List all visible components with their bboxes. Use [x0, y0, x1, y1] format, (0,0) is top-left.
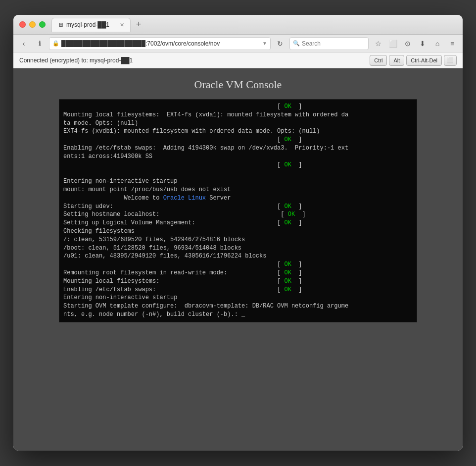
terminal-line: Setting hostname localhost: [ OK ] — [63, 210, 413, 219]
terminal-line: Enabling /etc/fstab swaps: Adding 419430… — [63, 144, 413, 153]
terminal-line: [ OK ] — [63, 161, 413, 169]
search-icon: 🔍 — [293, 40, 300, 47]
terminal-line: nts, e.g. node number (-n#), build clust… — [63, 311, 413, 319]
terminal-line: /u01: clean, 48395/2949120 files, 430561… — [63, 252, 413, 260]
connection-buttons: Ctrl Alt Ctrl-Alt-Del ⬜ — [370, 55, 457, 66]
tab-favicon: 🖥 — [58, 22, 63, 28]
address-bar-container[interactable]: 🔒 ▼ — [49, 37, 271, 50]
address-input[interactable] — [61, 40, 260, 47]
search-bar-container[interactable]: 🔍 — [289, 37, 369, 50]
terminal-line: Remounting root filesystem in read-write… — [63, 269, 413, 277]
console-title: Oracle VM Console — [194, 78, 282, 91]
browser-window: 🖥 mysql-prod-██1 ✕ + ‹ ℹ 🔒 ▼ ↻ 🔍 ☆ ⬜ ⊙ ⬇… — [13, 15, 463, 451]
nav-icons: ☆ ⬜ ⊙ ⬇ ⌂ ≡ — [372, 37, 459, 50]
info-button[interactable]: ℹ — [33, 37, 46, 50]
terminal-line: Enabling /etc/fstab swaps: [ OK ] — [63, 286, 413, 294]
menu-button[interactable]: ≡ — [446, 37, 459, 50]
terminal-line: EXT4-fs (xvdb1): mounted filesystem with… — [63, 127, 413, 136]
lock-icon: 🔒 — [52, 40, 59, 47]
connection-status: Connected (encrypted) to: mysql-prod-██1 — [19, 57, 133, 64]
terminal-line: /: clean, 53159/689520 files, 542946/275… — [63, 236, 413, 244]
new-tab-button[interactable]: + — [133, 19, 144, 31]
traffic-lights — [19, 21, 46, 28]
address-dropdown-icon[interactable]: ▼ — [262, 41, 267, 46]
connection-bar: Connected (encrypted) to: mysql-prod-██1… — [13, 52, 463, 68]
main-content: Oracle VM Console [ OK ] Mounting local … — [13, 68, 463, 451]
terminal-line: ta mode. Opts: (null) — [63, 119, 413, 128]
reading-list-button[interactable]: ⬜ — [386, 37, 399, 50]
terminal-line: ents:1 across:4194300k SS — [63, 153, 413, 161]
ctrl-button[interactable]: Ctrl — [370, 55, 387, 66]
terminal-line: Checking filesystems — [63, 227, 413, 236]
terminal-line: mount: mount point /proc/bus/usb does no… — [63, 186, 413, 194]
title-bar: 🖥 mysql-prod-██1 ✕ + — [13, 15, 463, 35]
download-button[interactable]: ⬇ — [416, 37, 429, 50]
terminal-line: [ OK ] — [63, 136, 413, 144]
search-input[interactable] — [302, 40, 365, 47]
terminal[interactable]: [ OK ] Mounting local filesystems: EXT4-… — [59, 99, 417, 322]
home-button[interactable]: ⌂ — [431, 37, 444, 50]
terminal-line: Setting up Logical Volume Management: [ … — [63, 219, 413, 227]
terminal-line: Mounting local filesystems: EXT4-fs (xvd… — [63, 111, 413, 119]
tab-close-icon[interactable]: ✕ — [120, 22, 124, 28]
bookmark-star-button[interactable]: ☆ — [372, 37, 384, 50]
tab-bar: 🖥 mysql-prod-██1 ✕ + — [51, 18, 457, 32]
alt-button[interactable]: Alt — [389, 55, 404, 66]
terminal-line: Welcome to Oracle Linux Server — [63, 194, 413, 203]
close-button[interactable] — [19, 21, 26, 28]
minimize-button[interactable] — [29, 21, 36, 28]
pocket-button[interactable]: ⊙ — [401, 37, 414, 50]
nav-bar: ‹ ℹ 🔒 ▼ ↻ 🔍 ☆ ⬜ ⊙ ⬇ ⌂ ≡ — [13, 35, 463, 52]
refresh-button[interactable]: ↻ — [274, 37, 286, 50]
terminal-line — [63, 169, 413, 177]
screenshot-button[interactable]: ⬜ — [444, 55, 457, 66]
terminal-line: Mounting local filesystems: [ OK ] — [63, 277, 413, 286]
terminal-line: Starting OVM template configure: dbracov… — [63, 302, 413, 311]
tab-title: mysql-prod-██1 — [66, 21, 109, 28]
terminal-line: Starting udev: [ OK ] — [63, 203, 413, 211]
terminal-line: [ OK ] — [63, 260, 413, 269]
maximize-button[interactable] — [39, 21, 46, 28]
active-tab[interactable]: 🖥 mysql-prod-██1 ✕ — [51, 18, 131, 32]
terminal-line: Entering non-interactive startup — [63, 177, 413, 186]
back-button[interactable]: ‹ — [17, 37, 30, 50]
terminal-line: /boot: clean, 51/128520 files, 96934/514… — [63, 244, 413, 253]
terminal-line: [ OK ] — [63, 103, 413, 111]
ctrl-alt-del-button[interactable]: Ctrl-Alt-Del — [406, 55, 442, 66]
terminal-line: Entering non-interactive startup — [63, 294, 413, 302]
